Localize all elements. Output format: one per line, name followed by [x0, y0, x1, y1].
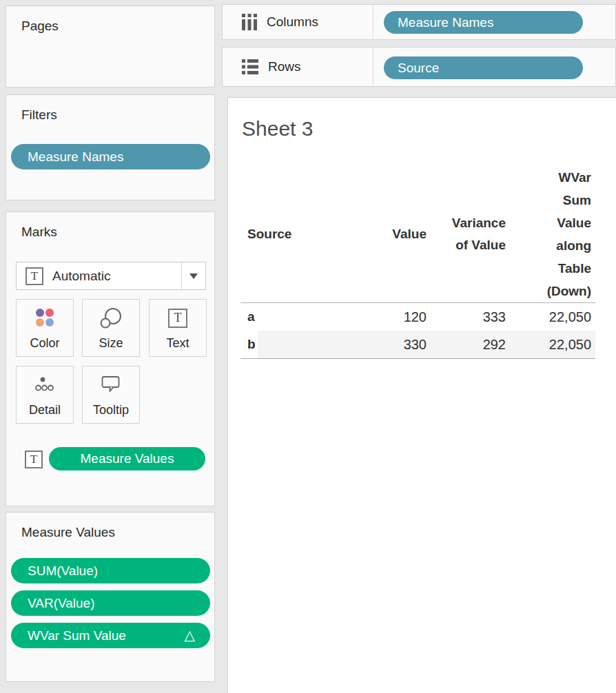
row-banding — [258, 331, 595, 358]
size-button[interactable]: Size — [82, 299, 140, 357]
columns-shelf[interactable]: Columns Measure Names — [222, 4, 616, 40]
detail-button-label: Detail — [29, 403, 61, 423]
color-icon — [17, 300, 73, 336]
rows-shelf-label: Rows — [268, 59, 301, 74]
columns-pill-measure-names[interactable]: Measure Names — [384, 11, 583, 34]
cell-value[interactable]: 120 — [404, 303, 427, 331]
size-icon — [83, 300, 139, 336]
size-button-label: Size — [99, 336, 123, 356]
measure-pill-wvar-label: WVar Sum Value — [28, 628, 126, 643]
row-header-a[interactable]: a — [247, 303, 255, 331]
text-encoding-icon: T — [25, 451, 43, 468]
delta-table-calc-icon: △ — [185, 623, 195, 648]
crosstab-header-row: Source Value Variance of Value WVar Sum … — [240, 166, 595, 303]
marks-title: Marks — [21, 225, 57, 240]
pages-title: Pages — [21, 19, 59, 34]
cell-wvar[interactable]: 22,050 — [549, 303, 591, 331]
text-button[interactable]: T Text — [149, 299, 207, 357]
text-mark-icon: T — [25, 267, 43, 285]
encoding-pill-measure-values[interactable]: Measure Values — [49, 447, 205, 470]
marks-card: Marks T Automatic Color Size — [6, 211, 215, 506]
text-button-label: Text — [166, 336, 189, 356]
measure-pill-wvar-sum-value[interactable]: WVar Sum Value △ — [11, 623, 210, 648]
row-header-b[interactable]: b — [247, 331, 256, 358]
mark-type-dropdown[interactable]: T Automatic — [16, 262, 206, 290]
detail-button[interactable]: Detail — [16, 366, 74, 424]
measure-pill-sum-value[interactable]: SUM(Value) — [11, 558, 210, 583]
col-header-value[interactable]: Value — [392, 166, 427, 302]
shelf-divider — [373, 48, 373, 86]
filters-shelf[interactable]: Filters Measure Names — [6, 94, 215, 200]
rows-shelf[interactable]: Rows Source — [222, 47, 616, 87]
detail-icon — [17, 366, 73, 403]
color-button-label: Color — [30, 336, 59, 356]
filter-pill-measure-names[interactable]: Measure Names — [11, 144, 210, 169]
mark-type-dropdown-button[interactable] — [181, 262, 205, 289]
cell-variance[interactable]: 292 — [483, 331, 506, 358]
cell-value[interactable]: 330 — [404, 331, 427, 358]
rows-icon — [242, 59, 258, 74]
filters-title: Filters — [21, 107, 57, 123]
cell-variance[interactable]: 333 — [483, 303, 506, 331]
pages-shelf[interactable]: Pages — [6, 6, 215, 87]
measure-pill-var-value[interactable]: VAR(Value) — [11, 590, 210, 616]
worksheet-view: Sheet 3 Source Value Variance of Value W… — [227, 97, 616, 693]
table-row: b 330 292 22,050 — [240, 331, 595, 359]
rows-pill-source[interactable]: Source — [384, 56, 583, 79]
measure-values-card: Measure Values SUM(Value) VAR(Value) WVa… — [6, 512, 215, 682]
tooltip-button-label: Tooltip — [93, 403, 129, 423]
col-header-source[interactable]: Source — [247, 166, 291, 302]
col-header-variance-of-value[interactable]: Variance of Value — [437, 166, 506, 302]
mark-type-value: Automatic — [52, 269, 181, 284]
col-header-wvar-sum-value[interactable]: WVar Sum Value along Table (Down) — [536, 166, 591, 302]
text-icon: T — [150, 300, 206, 336]
shelf-divider — [373, 5, 373, 39]
columns-icon — [242, 14, 257, 30]
crosstab: Source Value Variance of Value WVar Sum … — [240, 166, 595, 359]
measure-values-title: Measure Values — [21, 525, 115, 540]
table-row: a 120 333 22,050 — [240, 303, 595, 331]
tooltip-button[interactable]: Tooltip — [82, 366, 140, 424]
chevron-down-icon — [189, 273, 198, 279]
cell-wvar[interactable]: 22,050 — [549, 331, 591, 358]
color-button[interactable]: Color — [16, 299, 74, 357]
sheet-title: Sheet 3 — [242, 117, 313, 141]
columns-shelf-label: Columns — [267, 14, 318, 30]
tooltip-icon — [83, 366, 139, 403]
